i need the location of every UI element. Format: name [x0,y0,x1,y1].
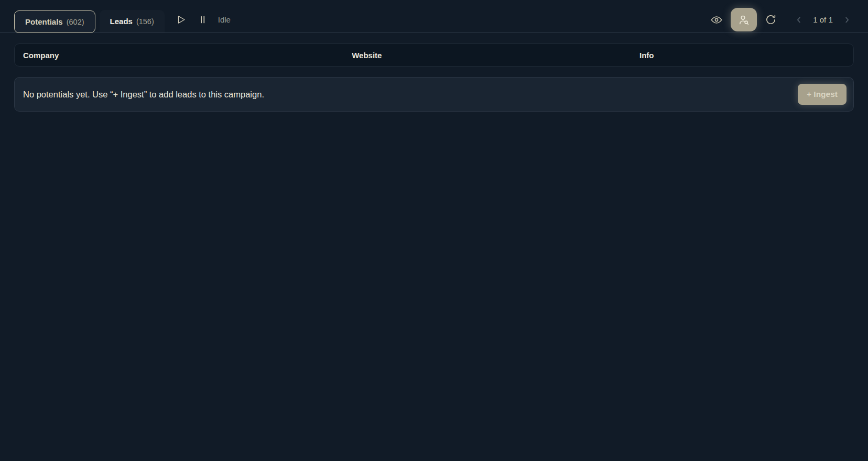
column-header-company: Company [23,51,352,60]
page-indicator: 1 of 1 [811,15,835,24]
tab-leads-label: Leads [110,17,133,26]
empty-state-row: No potentials yet. Use “+ Ingest” to add… [14,77,854,112]
next-page-button[interactable] [840,13,854,27]
refresh-icon [765,14,777,26]
chevron-left-icon [794,15,804,25]
play-button[interactable] [172,11,189,28]
chevron-right-icon [842,15,852,25]
toolbar: Potentials (602) Leads (156) [0,0,868,33]
tab-leads-count: (156) [136,17,154,26]
tab-potentials[interactable]: Potentials (602) [14,10,95,33]
eye-icon [710,14,723,26]
column-header-info: Info [639,51,845,60]
ingest-button[interactable]: + Ingest [798,84,847,105]
tab-leads[interactable]: Leads (156) [100,10,165,32]
pause-button[interactable] [194,12,211,28]
campaign-leads-page: Potentials (602) Leads (156) [0,0,868,461]
pause-icon [198,15,208,25]
person-search-icon [737,14,750,26]
pagination: 1 of 1 [792,13,854,27]
prev-page-button[interactable] [792,13,806,27]
tab-potentials-label: Potentials [25,17,63,26]
play-icon [175,14,186,25]
table-header: Company Website Info [14,43,854,67]
column-header-website: Website [352,51,639,60]
find-leads-button[interactable] [731,8,757,31]
empty-state-message: No potentials yet. Use “+ Ingest” to add… [23,90,264,100]
refresh-button[interactable] [762,10,780,29]
status-badge: Idle [218,15,231,24]
run-controls: Idle [172,7,231,32]
preview-button[interactable] [707,10,726,29]
view-controls: 1 of 1 [707,7,854,32]
tab-potentials-count: (602) [67,18,84,26]
